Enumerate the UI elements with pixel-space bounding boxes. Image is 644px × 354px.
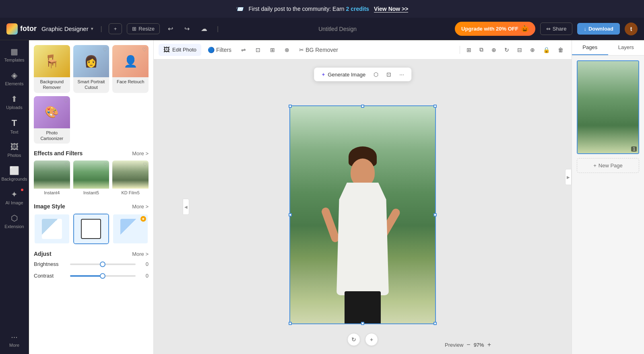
send-icon: 📨 — [236, 5, 244, 13]
grid-icon-btn[interactable]: ⊞ — [463, 45, 475, 55]
download-button[interactable]: ↓ Download — [577, 23, 620, 35]
collapse-right-arrow[interactable]: ▶ — [565, 169, 572, 185]
smart-portrait-label: Smart Portrait Cutout — [73, 77, 109, 93]
style-title: Image Style — [34, 203, 65, 210]
more-float-btn[interactable]: ··· — [397, 70, 407, 79]
filter-kdfilm5[interactable]: ♡ KD Film5 — [112, 161, 149, 197]
icon-sidebar: ▦ Templates ◈ Elements ⬆ Uploads T Text … — [0, 40, 29, 354]
backgrounds-icon: ⬜ — [9, 166, 19, 175]
plus-icon: + — [593, 163, 597, 169]
canvas-area: ✦ Generate Image ⬡ ⊡ ··· — [154, 60, 572, 354]
filters-label: Filters — [216, 47, 231, 53]
style-card-1[interactable] — [34, 214, 70, 244]
rotate-btn[interactable]: ↻ — [501, 45, 512, 55]
adjust-more[interactable]: More > — [132, 251, 149, 257]
page-number: 1 — [631, 146, 637, 152]
contrast-slider[interactable] — [70, 275, 136, 277]
effects-more[interactable]: More > — [132, 150, 149, 156]
undo-button[interactable]: ↩ — [165, 23, 176, 35]
canvas-container — [289, 105, 436, 324]
brightness-thumb — [100, 261, 105, 267]
adjustments-button[interactable]: ⇌ — [238, 45, 249, 55]
bg-remover-toolbar-btn[interactable]: ✂ BG Remover — [296, 45, 341, 55]
warp-button[interactable]: ⊗ — [281, 45, 293, 55]
tab-layers[interactable]: Layers — [608, 40, 644, 55]
tool-card-smart-portrait[interactable]: 👩 ♡ Smart Portrait Cutout — [73, 45, 109, 93]
sidebar-item-photos[interactable]: 🖼 Photos — [2, 139, 27, 161]
zoom-in-btn[interactable]: + — [365, 333, 378, 346]
refresh-btn[interactable]: ↻ — [347, 333, 360, 346]
redo-button[interactable]: ↪ — [181, 23, 193, 35]
canvas-image-wrapper[interactable] — [289, 105, 436, 324]
preview-label: Preview — [445, 342, 463, 348]
layers-btn[interactable]: ⊕ — [527, 45, 538, 55]
filter-heart-icon3: ♡ — [143, 162, 147, 167]
separator: | — [101, 25, 102, 33]
delete-btn[interactable]: 🗑 — [555, 45, 567, 55]
more-icon: ··· — [11, 332, 18, 342]
filter-instant4[interactable]: ♡ Instant4 — [34, 161, 70, 197]
style-card-3[interactable]: ★ — [112, 214, 149, 244]
sidebar-item-templates[interactable]: ▦ Templates — [2, 43, 27, 66]
position-btn[interactable]: ⊕ — [488, 45, 500, 55]
zoom-out-button[interactable]: − — [466, 341, 470, 348]
page-1-thumbnail[interactable]: 1 — [577, 60, 639, 154]
app-mode-selector[interactable]: Graphic Designer ▼ — [41, 25, 94, 32]
crop-button[interactable]: ⊡ — [252, 45, 264, 55]
download-icon: ↓ — [584, 26, 586, 32]
uploads-icon: ⬆ — [11, 94, 18, 104]
lock-btn[interactable]: 🔒 — [540, 45, 553, 55]
right-panel: Pages Layers 1 + New Page — [572, 40, 644, 354]
sidebar-item-uploads[interactable]: ⬆ Uploads — [2, 91, 27, 113]
sidebar-item-backgrounds[interactable]: ⬜ Backgrounds — [2, 163, 27, 185]
cutout-button[interactable]: ⊞ — [267, 45, 278, 55]
ai-image-icon: ✦ — [11, 189, 18, 199]
add-page-button[interactable]: + — [109, 23, 122, 34]
zoom-in-button[interactable]: + — [487, 341, 491, 348]
crop-icon: ⊡ — [256, 47, 260, 53]
tool-card-bg-remover[interactable]: 🪑 Background Remover — [34, 45, 70, 93]
save-cloud-button[interactable]: ☁ — [198, 23, 211, 35]
new-page-button[interactable]: + New Page — [577, 158, 639, 173]
user-avatar[interactable]: t — [625, 23, 638, 35]
sidebar-item-more[interactable]: ··· More — [2, 329, 27, 351]
bg-remover-label: Background Remover — [34, 77, 70, 93]
duplicate-btn[interactable]: ⧉ — [476, 44, 487, 55]
generate-image-btn[interactable]: ✦ Generate Image — [319, 70, 368, 79]
upgrade-button[interactable]: Upgrade with 20% OFF 🎃 — [455, 22, 535, 36]
header: fotor Graphic Designer ▼ | + ⊞ Resize ↩ … — [0, 18, 644, 40]
brightness-slider[interactable] — [70, 263, 136, 265]
notification-dot — [21, 189, 23, 191]
filter-instant4-label: Instant4 — [34, 189, 70, 197]
tool-card-face-retouch[interactable]: 👤 ♡ Face Retouch — [112, 45, 149, 93]
canvas-bottom: ↻ + — [347, 333, 378, 346]
sidebar-item-text[interactable]: T Text — [2, 115, 27, 138]
logo: fotor — [6, 23, 37, 35]
style-section-header: Image Style More > — [34, 203, 149, 210]
resize-button[interactable]: ⊞ Resize — [127, 23, 160, 34]
tool-card-cartoonizer[interactable]: 🎨 ♡ Photo Cartoonizer — [34, 96, 70, 144]
style-more[interactable]: More > — [132, 204, 149, 210]
collapse-left-arrow[interactable]: ◀ — [183, 199, 189, 215]
style-card-2[interactable] — [73, 214, 109, 244]
filters-button[interactable]: 🔵 Filters — [204, 45, 235, 55]
logo-icon — [6, 23, 18, 35]
contrast-row: Contrast 0 — [34, 273, 149, 279]
share-label: Share — [553, 26, 567, 32]
share-button[interactable]: ⇔ Share — [540, 23, 573, 35]
elements-label: Elements — [5, 81, 24, 86]
save-image-btn[interactable]: ⬡ — [371, 70, 381, 79]
arrange-btn[interactable]: ⊟ — [514, 45, 525, 55]
sidebar-item-extension[interactable]: ⬡ Extension — [2, 210, 27, 232]
more-label: More — [9, 343, 19, 348]
edit-photo-tab[interactable]: 🖼 Edit Photo — [159, 44, 201, 56]
style2-preview — [74, 214, 109, 243]
crop-float-btn[interactable]: ⊡ — [384, 70, 394, 79]
filter-instant5[interactable]: ♡ Instant5 — [73, 161, 109, 197]
sidebar-item-elements[interactable]: ◈ Elements — [2, 67, 27, 89]
view-now-link[interactable]: View Now >> — [374, 6, 408, 12]
tab-pages[interactable]: Pages — [572, 40, 608, 55]
design-name[interactable]: Untitled Design — [225, 26, 450, 32]
sidebar-item-ai-image[interactable]: ✦ AI Image — [2, 186, 27, 208]
effects-section-header: Effects and Filters More > — [34, 150, 149, 156]
